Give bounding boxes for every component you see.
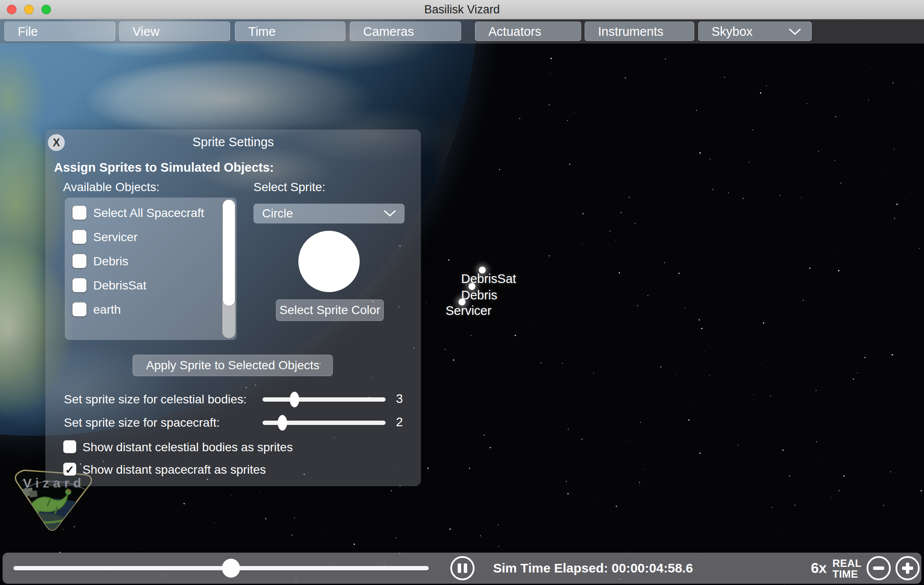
celestial-size-slider-thumb[interactable]	[290, 392, 299, 407]
menu-actuators[interactable]: Actuators	[475, 22, 581, 41]
pause-button[interactable]	[450, 556, 475, 580]
sprite-preview-circle	[298, 231, 360, 292]
distant-celestial-label: Show distant celestial bodies as sprites	[82, 440, 293, 454]
select-sprite-color-button[interactable]: Select Sprite Color	[276, 299, 384, 321]
sprite-shape-dropdown[interactable]: Circle	[253, 204, 405, 223]
list-item-label: DebrisSat	[93, 279, 146, 292]
checkbox-earth[interactable]	[72, 302, 87, 317]
available-objects-list: Select All Spacecraft Servicer Debris De…	[65, 198, 237, 340]
checkbox-select-all[interactable]	[72, 205, 87, 220]
available-objects-label: Available Objects:	[63, 180, 160, 194]
menu-time[interactable]: Time	[235, 22, 345, 41]
sim-time-elapsed: Sim Time Elapsed: 00:00:04:58.6	[493, 553, 693, 584]
celestial-size-slider[interactable]	[263, 397, 386, 402]
menu-skybox[interactable]: Skybox	[698, 22, 812, 41]
list-item-servicer[interactable]: Servicer	[65, 230, 237, 247]
list-scrollbar[interactable]	[222, 199, 235, 338]
menu-file[interactable]: File	[4, 22, 115, 41]
list-item-debrissat[interactable]: DebrisSat	[65, 278, 237, 295]
spacecraft-size-label: Set sprite size for spacecraft:	[64, 416, 220, 430]
minus-icon	[873, 566, 884, 570]
timeline-slider-thumb[interactable]	[222, 559, 240, 578]
list-scrollbar-thumb[interactable]	[222, 199, 235, 306]
list-item-label: Select All Spacecraft	[93, 206, 204, 220]
menu-bar: File View Time Cameras Actuators Instrum…	[0, 19, 924, 44]
spacecraft-size-slider[interactable]	[263, 421, 386, 425]
window-title: Basilisk Vizard	[0, 0, 924, 19]
real-time-line1: REAL	[832, 558, 861, 569]
sprite-shape-value: Circle	[262, 204, 293, 223]
checkbox-servicer[interactable]	[72, 230, 87, 244]
dialog-title: Sprite Settings	[45, 135, 421, 149]
checkbox-distant-spacecraft[interactable]: ✓	[63, 462, 76, 476]
plus-icon	[906, 563, 909, 574]
real-time-label: REAL TIME	[832, 558, 861, 579]
chevron-down-icon	[384, 210, 396, 217]
sprite-settings-dialog: X Sprite Settings Assign Sprites to Simu…	[45, 129, 421, 486]
celestial-size-value: 3	[396, 392, 413, 406]
select-sprite-label: Select Sprite:	[253, 180, 326, 194]
spacecraft-size-value: 2	[396, 415, 413, 429]
sim-speed-multiplier: 6x	[811, 553, 827, 584]
sprite-label-servicer: Servicer	[446, 304, 491, 318]
chevron-down-icon	[789, 28, 801, 35]
list-item-select-all[interactable]: Select All Spacecraft	[65, 205, 237, 223]
real-time-line2: TIME	[832, 569, 861, 579]
celestial-size-label: Set sprite size for celestial bodies:	[64, 393, 247, 406]
list-item-earth[interactable]: earth	[65, 302, 237, 319]
pause-icon	[458, 563, 461, 573]
menu-cameras[interactable]: Cameras	[350, 22, 461, 41]
distant-spacecraft-label: Show distant spacecraft as sprites	[82, 463, 266, 477]
spacecraft-size-slider-thumb[interactable]	[278, 415, 287, 431]
title-bar: Basilisk Vizard	[0, 0, 924, 19]
slow-down-button[interactable]	[867, 556, 891, 580]
list-item-label: Debris	[93, 255, 128, 268]
dialog-heading: Assign Sprites to Simulated Objects:	[54, 160, 274, 175]
checkbox-debris[interactable]	[72, 254, 87, 268]
list-item-label: earth	[93, 303, 121, 317]
sprite-label-debris: Debris	[461, 288, 497, 302]
speed-up-button[interactable]	[896, 556, 920, 580]
time-control-bar: Sim Time Elapsed: 00:00:04:58.6 6x REAL …	[3, 553, 921, 584]
menu-view[interactable]: View	[119, 22, 230, 41]
checkbox-distant-celestial[interactable]	[63, 440, 76, 453]
pause-icon	[464, 563, 467, 573]
list-item-debris[interactable]: Debris	[65, 254, 237, 271]
timeline-slider[interactable]	[13, 566, 429, 570]
apply-sprite-button[interactable]: Apply Sprite to Selected Objects	[133, 355, 333, 376]
menu-skybox-label: Skybox	[712, 25, 753, 38]
list-item-label: Servicer	[93, 230, 138, 244]
menu-instruments[interactable]: Instruments	[585, 22, 694, 41]
checkbox-debrissat[interactable]	[72, 278, 87, 292]
